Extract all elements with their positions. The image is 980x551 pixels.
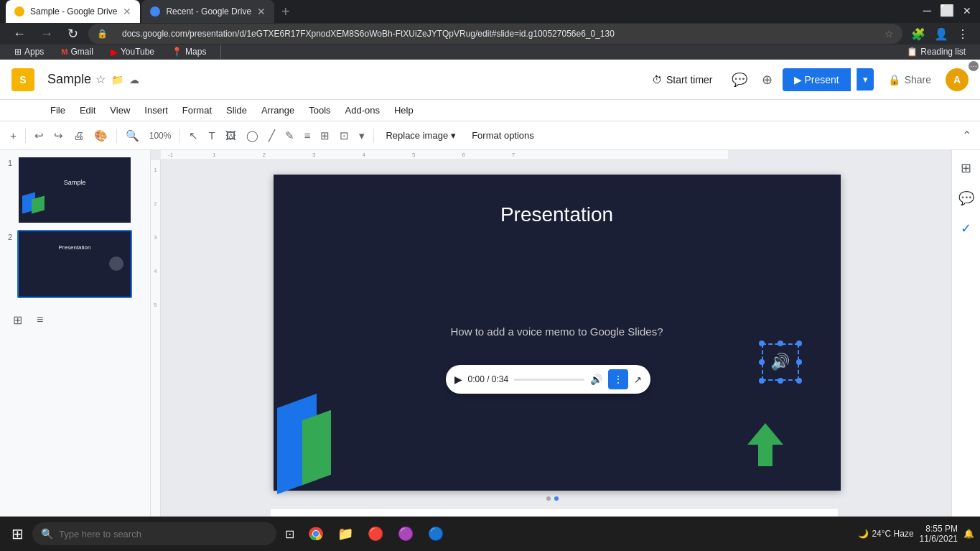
close-tab-1[interactable]: ✕ bbox=[123, 6, 131, 17]
tab-title-1: Sample - Google Drive bbox=[30, 6, 117, 17]
line-tool[interactable]: ╱ bbox=[264, 126, 279, 146]
present-dropdown-button[interactable]: ▾ bbox=[857, 68, 874, 91]
audio-player[interactable]: ▶ 0:00 / 0:34 🔊 ⋮ ↗ bbox=[446, 365, 650, 394]
share-button[interactable]: 🔒 Share bbox=[879, 70, 940, 90]
notification-button[interactable]: 🔔 bbox=[963, 529, 974, 539]
present-icon: ▶ bbox=[794, 74, 802, 85]
handle-br[interactable] bbox=[796, 378, 802, 384]
timer-icon: ⏱ bbox=[652, 74, 662, 85]
replace-image-button[interactable]: Replace image ▾ bbox=[378, 127, 463, 144]
profile-icon[interactable]: 👤 bbox=[931, 24, 951, 44]
taskbar-app3[interactable]: 🔴 bbox=[362, 522, 389, 546]
handle-rc[interactable] bbox=[796, 359, 802, 365]
close-tab-2[interactable]: ✕ bbox=[257, 6, 266, 17]
explore-panel-button[interactable]: ⊞ bbox=[956, 156, 976, 180]
menu-view[interactable]: View bbox=[103, 102, 137, 119]
move-to-folder-button[interactable]: 📁 bbox=[110, 73, 125, 87]
zoom-level-button[interactable]: 100% bbox=[145, 126, 176, 146]
zoom-out-button[interactable]: 🔍 bbox=[121, 126, 144, 146]
handle-tl[interactable] bbox=[759, 341, 765, 346]
handle-tc[interactable] bbox=[778, 341, 783, 346]
taskbar-clock: 8:55 PM 11/6/2021 bbox=[920, 524, 958, 544]
comments-button[interactable]: 💬 bbox=[727, 70, 752, 90]
list-view-button[interactable]: ≡ bbox=[32, 310, 47, 330]
audio-volume-button[interactable]: 🔊 bbox=[590, 374, 602, 385]
slide-image-1[interactable]: Sample bbox=[17, 156, 132, 224]
undo-button[interactable]: ↩ bbox=[30, 126, 48, 146]
start-timer-button[interactable]: ⏱ Start timer bbox=[643, 70, 722, 90]
taskbar-task-view[interactable]: ⊡ bbox=[279, 523, 300, 545]
star-doc-button[interactable]: ☆ bbox=[94, 71, 107, 88]
slide-subtitle: How to add a voice memo to Google Slides… bbox=[451, 325, 663, 338]
menu-arrange[interactable]: Arrange bbox=[254, 102, 302, 119]
audio-more-button[interactable]: ⋮ bbox=[608, 369, 628, 389]
menu-addons[interactable]: Add-ons bbox=[338, 102, 387, 119]
handle-lc[interactable] bbox=[759, 359, 765, 365]
user-avatar[interactable]: A bbox=[946, 68, 969, 91]
select-tool[interactable]: ↖ bbox=[185, 126, 202, 146]
add-button[interactable]: + bbox=[6, 126, 21, 146]
bookmark-youtube[interactable]: ▶ YouTube bbox=[105, 45, 160, 59]
print-button[interactable]: 🖨 bbox=[69, 126, 88, 146]
menu-format[interactable]: Format bbox=[175, 102, 219, 119]
audio-play-button[interactable]: ▶ bbox=[454, 374, 462, 385]
minimize-button[interactable]: ─ bbox=[920, 1, 934, 20]
comments-panel-button[interactable]: 💬 bbox=[954, 186, 979, 210]
menu-insert[interactable]: Insert bbox=[137, 102, 175, 119]
menu-tools[interactable]: Tools bbox=[302, 102, 337, 119]
slide-thumb-1[interactable]: 1 Sample bbox=[3, 156, 147, 224]
reading-list-button[interactable]: 📋 Reading list bbox=[901, 45, 971, 58]
taskbar-search-input[interactable] bbox=[59, 529, 260, 540]
reload-button[interactable]: ↻ bbox=[63, 23, 83, 45]
handle-tr[interactable] bbox=[796, 341, 802, 346]
browser-tab-1[interactable]: Sample - Google Drive ✕ bbox=[6, 0, 140, 23]
taskbar-app5[interactable]: 🔵 bbox=[422, 522, 449, 546]
extensions-icon[interactable]: 🧩 bbox=[908, 24, 928, 44]
grid-view-button[interactable]: ⊞ bbox=[9, 310, 27, 330]
menu-slide[interactable]: Slide bbox=[219, 102, 254, 119]
taskbar-app4[interactable]: 🟣 bbox=[392, 522, 419, 546]
menu-edit[interactable]: Edit bbox=[73, 102, 103, 119]
slide-image-2[interactable]: Presentation bbox=[17, 230, 132, 298]
crop-more-button[interactable]: ▾ bbox=[355, 126, 369, 146]
star-icon[interactable]: ☆ bbox=[885, 28, 894, 40]
menu-file[interactable]: File bbox=[43, 102, 73, 119]
slide-thumb-2[interactable]: 2 Presentation ⋯ bbox=[3, 230, 147, 298]
forward-button[interactable]: → bbox=[36, 24, 57, 45]
cloud-save-button[interactable]: ☁ bbox=[128, 73, 141, 87]
chat-panel-button[interactable]: ✓ bbox=[956, 216, 976, 241]
menu-help[interactable]: Help bbox=[387, 102, 421, 119]
address-bar[interactable] bbox=[113, 24, 879, 43]
new-tab-button[interactable]: + bbox=[276, 1, 296, 23]
pen-tool[interactable]: ✎ bbox=[281, 126, 299, 146]
more-actions-button[interactable]: ⊕ bbox=[757, 70, 777, 90]
toolbar-collapse-button[interactable]: ⌃ bbox=[959, 126, 974, 145]
text-tool[interactable]: T bbox=[204, 126, 219, 146]
taskbar-chrome[interactable] bbox=[303, 522, 329, 545]
image-tool[interactable]: 🖼 bbox=[221, 126, 241, 146]
bookmark-gmail[interactable]: M Gmail bbox=[55, 45, 99, 58]
paragraph-align[interactable]: ≡ bbox=[300, 126, 315, 146]
back-button[interactable]: ← bbox=[9, 24, 30, 45]
audio-element-container[interactable]: 🔊 bbox=[762, 343, 799, 381]
handle-bc[interactable] bbox=[778, 378, 783, 384]
taskbar-explorer[interactable]: 📁 bbox=[332, 522, 359, 546]
present-button[interactable]: ▶ Present bbox=[783, 68, 851, 91]
more-options-icon[interactable]: ⋮ bbox=[954, 24, 971, 44]
bookmark-apps[interactable]: ⊞ Apps bbox=[9, 45, 50, 58]
browser-tab-2[interactable]: Recent - Google Drive ✕ bbox=[141, 0, 274, 23]
paint-format-button[interactable]: 🎨 bbox=[90, 126, 112, 146]
bookmark-maps[interactable]: 📍 Maps bbox=[166, 45, 212, 58]
taskbar-search-box[interactable]: 🔍 bbox=[32, 522, 276, 545]
start-button[interactable]: ⊞ bbox=[6, 519, 29, 548]
format-options-button[interactable]: Format options bbox=[465, 127, 541, 144]
layout-button[interactable]: ⊞ bbox=[316, 126, 334, 146]
close-window-button[interactable]: ✕ bbox=[960, 2, 974, 19]
audio-progress-bar[interactable] bbox=[514, 379, 584, 381]
crop-button[interactable]: ⊡ bbox=[335, 126, 353, 146]
audio-external-button[interactable]: ↗ bbox=[634, 374, 642, 385]
maximize-button[interactable]: ⬜ bbox=[937, 1, 957, 20]
shape-tool[interactable]: ◯ bbox=[242, 126, 263, 146]
redo-button[interactable]: ↪ bbox=[50, 126, 67, 146]
handle-bl[interactable] bbox=[759, 378, 765, 384]
